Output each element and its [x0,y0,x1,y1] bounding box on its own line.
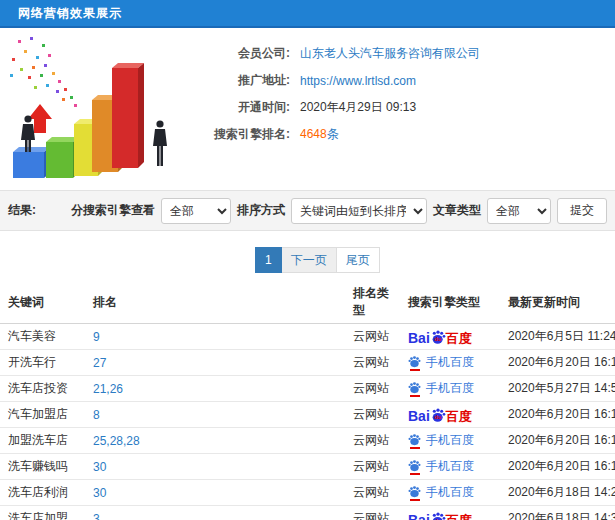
rank-link[interactable]: 27 [93,356,106,370]
mobile-baidu-text: 手机百度 [426,354,474,371]
engine-cell: Bai du 百度 [400,324,500,350]
engine-cell: Bai du 百度 [400,350,500,376]
updated-cell: 2020年6月18日 14:27 [500,480,615,506]
mobile-baidu-paw-icon [408,433,421,449]
baidu-paw-icon: du [430,407,446,423]
member-info-list: 会员公司: 山东老人头汽车服务咨询有限公司 推广地址: https://www.… [190,28,615,190]
mobile-baidu-text: 手机百度 [426,458,474,475]
company-label: 会员公司: [190,45,290,62]
rank-cell: 27 [85,350,345,376]
table-row: 洗车赚钱吗 30 云网站 Bai du 百度 [0,454,615,480]
engine-rank-label: 搜索引擎排名: [190,126,290,143]
promotion-url-link[interactable]: https://www.lrtlsd.com [300,74,416,88]
rank-link[interactable]: 8 [93,408,100,422]
mobile-baidu-logo: 手机百度 [408,354,474,371]
table-row: 洗车店利润 30 云网站 Bai du 百度 [0,480,615,506]
engine-rank-value: 4648条 [300,126,339,143]
rank-type-cell: 云网站 [345,402,400,428]
baidu-logo: Bai du 百度 [408,407,472,423]
baidu-bai-text: Bai [408,409,430,423]
engine-cell: Bai du 百度 [400,480,500,506]
rank-link[interactable]: 3 [93,512,100,520]
sort-filter-select[interactable]: 关键词由短到长排序 [291,198,427,224]
engine-cell: Bai du 百度 [400,506,500,520]
ranking-table: 关键词 排名 排名类型 搜索引擎类型 最新更新时间 汽车美容 9 云网站 Bai [0,285,615,520]
baidu-logo: Bai du 百度 [408,511,472,520]
mobile-baidu-logo: 手机百度 [408,432,474,449]
keyword-cell: 洗车赚钱吗 [0,454,85,480]
mobile-baidu-text: 手机百度 [426,432,474,449]
filter-bar: 结果: 分搜索引擎查看 全部 排序方式 关键词由短到长排序 文章类型 全部 提交 [0,190,615,231]
table-row: 汽车美容 9 云网站 Bai du 百度 [0,324,615,350]
table-row: 洗车店投资 21,26 云网站 Bai du 百度 [0,376,615,402]
rank-link[interactable]: 9 [93,330,100,344]
rank-count: 4648 [300,127,327,141]
rank-link[interactable]: 30 [93,486,106,500]
marketing-effect-page: 网络营销效果展示 [0,0,615,520]
mobile-baidu-underline [410,473,420,475]
mobile-baidu-underline [410,447,420,449]
engine-filter-label: 分搜索引擎查看 [71,202,155,219]
mobile-baidu-underline [410,395,420,397]
rank-cell: 9 [85,324,345,350]
updated-cell: 2020年5月27日 14:58 [500,376,615,402]
table-row: 洗车店加盟 3 云网站 Bai du 百度 [0,506,615,520]
page-button-next[interactable]: 下一页 [282,247,337,273]
engine-cell: Bai du 百度 [400,454,500,480]
engine-filter-select[interactable]: 全部 [161,198,231,224]
mobile-baidu-logo: 手机百度 [408,458,474,475]
mobile-baidu-logo: 手机百度 [408,484,474,501]
mobile-baidu-paw-icon [408,355,421,371]
rank-link[interactable]: 25,28,28 [93,434,140,448]
keyword-cell: 汽车美容 [0,324,85,350]
mobile-baidu-underline [410,369,420,371]
businessman-left [21,115,35,152]
updated-cell: 2020年6月20日 16:11 [500,428,615,454]
baidu-bai-text: Bai [408,513,430,520]
rank-link[interactable]: 30 [93,460,106,474]
open-time-label: 开通时间: [190,99,290,116]
rank-cell: 3 [85,506,345,520]
open-time-value: 2020年4月29日 09:13 [300,99,416,116]
bar-chart-illustration [0,28,190,188]
engine-rank-row: 搜索引擎排名: 4648条 [190,121,615,148]
table-row: 加盟洗车店 25,28,28 云网站 Bai du 百度 [0,428,615,454]
baidu-paw-icon: du [430,329,446,345]
table-body: 汽车美容 9 云网站 Bai du 百度 [0,324,615,520]
rank-link[interactable]: 21,26 [93,382,123,396]
confetti-dots [10,37,77,107]
svg-text:du: du [434,414,441,420]
header-engine-type: 搜索引擎类型 [400,285,500,324]
keyword-cell: 开洗车行 [0,350,85,376]
bars [13,63,144,178]
header-updated: 最新更新时间 [500,285,615,324]
company-link[interactable]: 山东老人头汽车服务咨询有限公司 [300,45,480,62]
sort-filter-label: 排序方式 [237,202,285,219]
page-header: 网络营销效果展示 [0,0,615,28]
rank-type-cell: 云网站 [345,428,400,454]
baidu-cn-text: 百度 [446,332,472,345]
rank-cell: 25,28,28 [85,428,345,454]
updated-cell: 2020年6月20日 16:12 [500,454,615,480]
header-rank-type: 排名类型 [345,285,400,324]
page-button-current[interactable]: 1 [255,247,282,273]
engine-cell: Bai du 百度 [400,402,500,428]
baidu-cn-text: 百度 [446,514,472,520]
article-filter-label: 文章类型 [433,202,481,219]
rank-type-cell: 云网站 [345,506,400,520]
keyword-cell: 汽车加盟店 [0,402,85,428]
baidu-logo: Bai du 百度 [408,329,472,345]
rank-suffix: 条 [327,127,339,141]
updated-cell: 2020年6月20日 16:12 [500,402,615,428]
businessman-right [153,120,167,166]
updated-cell: 2020年6月5日 11:24 [500,324,615,350]
url-label: 推广地址: [190,72,290,89]
article-filter-select[interactable]: 全部 [487,198,551,224]
rank-cell: 30 [85,480,345,506]
url-row: 推广地址: https://www.lrtlsd.com [190,67,615,94]
engine-cell: Bai du 百度 [400,428,500,454]
keyword-cell: 加盟洗车店 [0,428,85,454]
submit-button[interactable]: 提交 [557,198,607,224]
svg-text:du: du [434,336,441,342]
page-button-last[interactable]: 尾页 [337,247,380,273]
